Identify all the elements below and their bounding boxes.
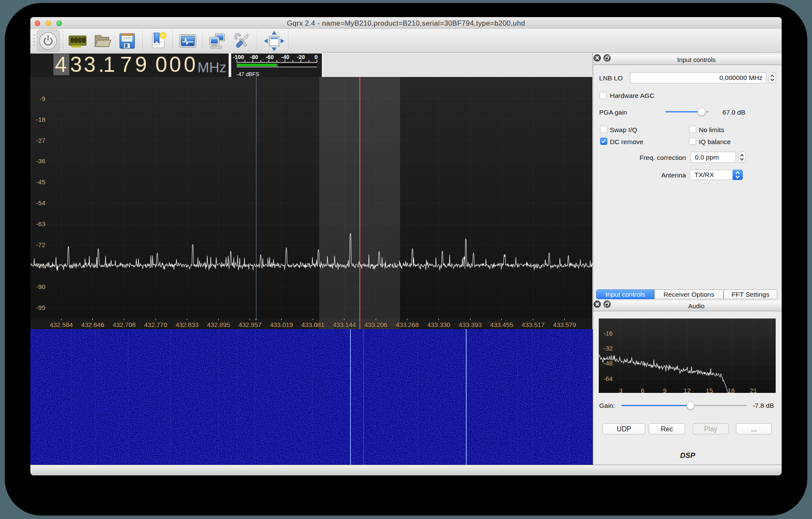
svg-text:-100: -100	[233, 54, 244, 60]
svg-text:0: 0	[315, 54, 318, 60]
svg-text:-80: -80	[250, 54, 258, 60]
svg-text:-47 dBFS: -47 dBFS	[237, 71, 259, 77]
svg-text:-20: -20	[297, 54, 305, 60]
svg-text:-40: -40	[281, 54, 289, 60]
svg-text:-60: -60	[266, 54, 274, 60]
